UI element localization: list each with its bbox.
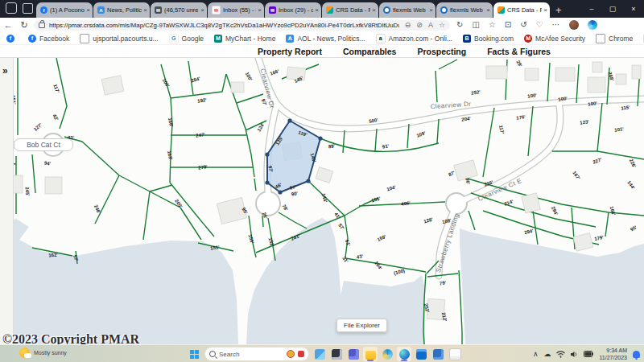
taskbar-clock[interactable]: 9:34 AM 11/27/2023	[599, 347, 627, 361]
toolbar-icon[interactable]: ↻	[456, 21, 463, 29]
bookmark-item[interactable]: M McAfee Security	[524, 34, 585, 43]
browser-tab[interactable]: CRS Data - P... ×	[322, 2, 378, 18]
tab-close-icon[interactable]: ×	[143, 6, 147, 14]
crs-nav-tab[interactable]: Facts & Figures	[487, 47, 551, 56]
url-input[interactable]: https://pmar.crsdata.com/mls/Map/CZg-9Ta…	[34, 20, 450, 31]
tab-close-icon[interactable]: ×	[372, 6, 376, 14]
browser-tab[interactable]: flexmls Web ×	[436, 2, 493, 18]
address-bar: ← ↻ https://pmar.crsdata.com/mls/Map/CZg…	[0, 18, 644, 33]
dimension-label: 43'	[68, 135, 75, 141]
taskbar-app-icon[interactable]	[346, 347, 361, 361]
toolbar-icon[interactable]: ♡	[536, 21, 543, 29]
bookmark-label: Facebook	[39, 35, 69, 43]
omnibox-icon[interactable]: ⊖	[405, 22, 411, 29]
bookmark-label: Google	[182, 35, 204, 43]
parcel-map[interactable]: Clearview Dr Clearview Dr Clearview Ct E…	[0, 58, 644, 344]
tab-search-icon[interactable]	[23, 3, 33, 14]
bookmark-item[interactable]: f	[6, 34, 18, 43]
toolbar-icon[interactable]: ⊡	[505, 21, 511, 29]
browser-tab[interactable]: ✉ Inbox (29) - d... ×	[265, 2, 321, 18]
tab-title: flexmls Web	[450, 6, 485, 14]
browser-tab[interactable]: A News, Politic... ×	[93, 2, 150, 18]
toolbar-icon[interactable]: ◫	[472, 21, 479, 29]
start-button[interactable]	[187, 347, 201, 361]
url-text[interactable]: https://pmar.crsdata.com/mls/Map/CZg-9Ta…	[49, 22, 399, 29]
tab-close-icon[interactable]: ×	[200, 6, 204, 14]
expand-panel-icon[interactable]: »	[2, 66, 8, 76]
crs-nav-tab[interactable]: Prospecting	[417, 47, 466, 56]
bookmark-item[interactable]: a Amazon.com - Onli...	[376, 34, 452, 43]
browser-tab[interactable]: ✉ (46,570 unre... ×	[151, 2, 207, 18]
bookmark-item[interactable]: f Facebook	[28, 34, 69, 43]
profile-avatar[interactable]	[569, 20, 579, 30]
taskbar-search[interactable]: Search	[204, 347, 309, 361]
tab-close-icon[interactable]: ×	[429, 6, 433, 14]
map-canvas[interactable]	[0, 58, 644, 344]
taskbar-weather[interactable]: Mostly sunny	[19, 348, 67, 358]
bookmark-favicon: A	[286, 35, 294, 43]
browser-tab[interactable]: CRS Data - P... ×	[493, 2, 550, 18]
bookmark-item[interactable]: ujsportal.pacourts.u...	[80, 34, 158, 43]
bookmark-item[interactable]: A AOL - News, Politics...	[286, 34, 365, 43]
browser-tab[interactable]: ✉ Inbox (55) - d... ×	[208, 2, 264, 18]
wifi-icon[interactable]	[556, 351, 565, 358]
bookmark-item[interactable]: M MyChart - Home	[214, 34, 275, 43]
bookmark-item[interactable]: G Google	[169, 34, 204, 43]
dimension-label: 162'	[48, 253, 58, 258]
omnibox-icon[interactable]: ☆	[439, 22, 445, 29]
bookmark-favicon: f	[6, 35, 14, 43]
tab-title: Inbox (29) - d...	[279, 6, 313, 14]
taskbar-app-icon[interactable]	[363, 347, 378, 361]
reload-icon[interactable]: ↻	[16, 21, 32, 30]
dimension-label: 245'	[25, 187, 31, 196]
taskbar-app-icon[interactable]	[431, 347, 445, 361]
window-control-button[interactable]: ▢	[602, 0, 623, 18]
window-control-button[interactable]: ×	[623, 0, 644, 18]
window-control-button[interactable]: –	[581, 0, 602, 18]
notification-bell-icon[interactable]	[633, 351, 640, 358]
taskbar-app-icon[interactable]	[397, 347, 411, 361]
toolbar-icon[interactable]: ⋯	[552, 21, 560, 29]
workspaces-icon[interactable]	[6, 2, 17, 14]
tab-title: (46,570 unre...	[164, 6, 199, 14]
bookmark-item[interactable]: B Booking.com	[463, 34, 514, 43]
back-icon[interactable]: ←	[0, 21, 16, 30]
onedrive-icon[interactable]: ☁	[543, 351, 551, 358]
browser-tab[interactable]: flexmls Web ×	[379, 2, 436, 18]
tray-chevron-icon[interactable]: ∧	[533, 351, 539, 358]
copilot-icon[interactable]	[588, 20, 597, 30]
tab-close-icon[interactable]: ×	[543, 6, 547, 14]
tab-favicon: ✉	[269, 6, 276, 14]
crs-nav-tab[interactable]: Property Report	[258, 47, 322, 56]
bookmark-list: f f Facebook ujsportal.pacourts.u... G G…	[6, 34, 644, 43]
volume-icon[interactable]	[571, 351, 578, 358]
taskbar-app-icon[interactable]	[448, 347, 462, 361]
weather-icon	[19, 348, 30, 358]
bookmark-item[interactable]: Chrome	[596, 34, 633, 43]
omnibox-icons: ⊖ ⊘ A ☆	[399, 22, 445, 29]
tab-close-icon[interactable]: ×	[486, 6, 490, 14]
taskbar-app-icon[interactable]	[380, 347, 394, 361]
crs-nav-tab[interactable]: Comparables	[343, 47, 397, 56]
lock-icon[interactable]	[39, 23, 45, 28]
window-controls: – ▢ ×	[581, 0, 644, 18]
omnibox-icon[interactable]: ⊘	[416, 22, 423, 29]
omnibox-icon[interactable]: A	[428, 22, 433, 29]
tab-close-icon[interactable]: ×	[315, 6, 319, 14]
taskbar-app-icon[interactable]	[414, 347, 428, 361]
toolbar-icon[interactable]: ☆	[489, 21, 496, 29]
clock-date: 11/27/2023	[599, 355, 627, 360]
tab-close-icon[interactable]: ×	[258, 6, 262, 14]
taskbar-app-icon[interactable]	[329, 347, 344, 361]
battery-icon[interactable]	[584, 351, 593, 357]
tab-list: f (1) A Pocono × A News, Politic... × ✉ …	[36, 0, 551, 18]
browser-tab[interactable]: f (1) A Pocono ×	[36, 2, 93, 18]
bookmark-favicon: G	[169, 34, 179, 43]
toolbar-icon[interactable]: ↺	[520, 21, 526, 29]
bookmark-label: MyChart - Home	[225, 35, 275, 43]
tab-close-icon[interactable]: ×	[86, 6, 90, 14]
taskbar-app-icon[interactable]	[312, 347, 327, 361]
new-tab-button[interactable]: +	[555, 5, 562, 15]
bookmark-favicon	[596, 34, 605, 43]
bookmark-label: AOL - News, Politics...	[297, 35, 365, 43]
